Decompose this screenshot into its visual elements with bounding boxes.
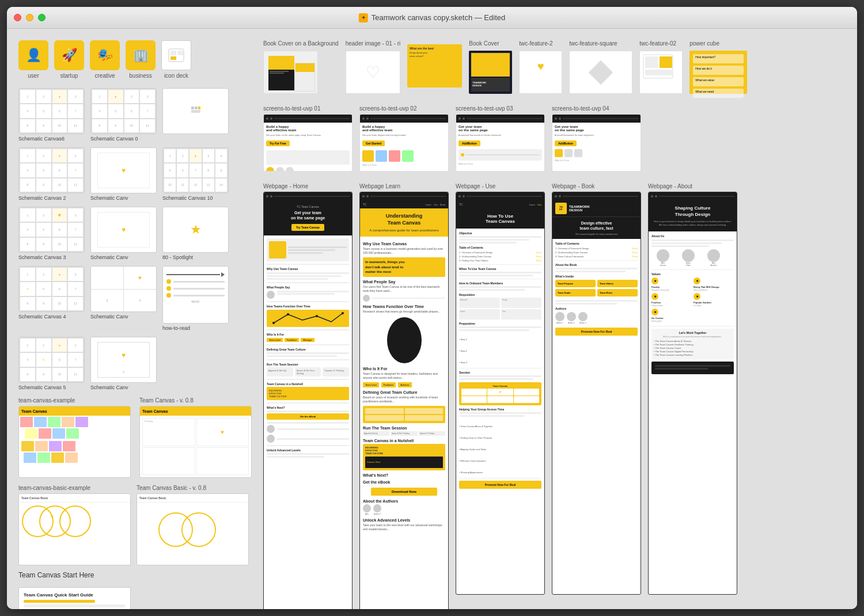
diamond-icon <box>589 60 613 84</box>
svg-rect-10 <box>660 56 672 68</box>
how-to-read-thumb[interactable]: WHAT <box>162 266 229 324</box>
close-button[interactable] <box>14 14 21 21</box>
uvp02-cta[interactable]: Get Started <box>362 140 385 146</box>
book-cover2-label: Book Cover <box>469 40 499 47</box>
sh-title: Team Canvas Quick Start Guide <box>24 592 126 598</box>
icon-panel-item <box>162 88 229 142</box>
sc-canv4-label: Schematic Canv <box>90 385 128 390</box>
ebook-cta[interactable]: Download Now <box>371 488 437 496</box>
tc-basic-ex-label: team-canvas-basic-example <box>18 485 131 491</box>
start-here-doc[interactable]: Team Canvas Quick Start Guide <box>18 587 131 609</box>
icon-deck-box[interactable] <box>161 40 191 70</box>
startup-icon-label: startup <box>60 73 78 79</box>
svg-rect-11 <box>645 70 672 75</box>
creative-icon-box[interactable]: 🎭 <box>90 40 120 70</box>
svg-rect-6 <box>198 107 200 109</box>
spotlight-item: ★ 80 - Spotlight <box>162 207 229 260</box>
icon-item-icondeck: icon deck <box>161 40 191 79</box>
tc-basic-example: team-canvas-basic-example Team Canvas Ba… <box>18 485 131 565</box>
twc-feature-2: twc-feature-2 ♥ <box>519 40 562 94</box>
schematic-canvas-canv2: ♥ Schematic Canv <box>90 207 157 260</box>
learn-understanding-title: UnderstandingTeam Canvas <box>363 213 445 226</box>
feature-heart-icon: ♥ <box>520 51 562 73</box>
pc-box-1: How important? <box>693 54 744 63</box>
webpage-use-item: Webpage - Use TC Learn Use <box>456 183 545 595</box>
uvp04-cta[interactable]: AddButton <box>555 140 577 146</box>
book-cover-bg-label: Book Cover on a Background <box>263 40 339 47</box>
svg-point-14 <box>316 315 318 317</box>
screens-to-test-row: screens-to-test-uvp 01 Build a happyand … <box>263 105 813 172</box>
tc-example-label: team-canvas-example <box>18 397 134 404</box>
top-items-row: Book Cover on a Background <box>263 40 813 94</box>
icondeck-label: icon deck <box>164 73 188 79</box>
uvp03-item: screens-to-test-uvp 03 Get your teamon t… <box>456 105 545 172</box>
team-canvas-example: team-canvas-example Team Canvas <box>18 397 134 478</box>
sc6-label: Schematic Canvas6 <box>18 136 65 142</box>
webpage-book-item: Webpage - Book TWDS TEAMWORK <box>552 183 641 595</box>
schematic-canvas-4: 12♥3 4567 891011 Schematic Canvas 4 <box>18 266 85 331</box>
sc5-label: Schematic Canvas 5 <box>18 385 66 390</box>
schematic-canvas-canv4: ♥ 3 Schematic Canv <box>90 337 157 390</box>
svg-rect-5 <box>195 107 198 109</box>
schematic-canvas-6: 12♥3 4567 891011 Schematic Canvas6 <box>18 88 85 142</box>
webpage-home-label: Webpage - Home <box>263 183 308 189</box>
webpage-learn-label: Webpage Learn <box>359 183 400 189</box>
how-to-read-label: how-to-read <box>162 325 190 331</box>
svg-rect-9 <box>645 56 658 68</box>
business-icon-box[interactable]: 🏢 <box>126 40 156 70</box>
sc0-label: Schematic Canvas 0 <box>90 136 138 142</box>
svg-rect-2 <box>177 51 183 55</box>
sc2-label: Schematic Canvas 2 <box>18 195 66 201</box>
schematic-canvas-3: 12♥3 4567 891011 Schematic Canvas 3 <box>18 207 85 260</box>
canvas-area[interactable]: 👤 user 🚀 startup 🎭 creative 🏢 business <box>7 29 857 609</box>
sc-canv2-label: Schematic Canv <box>90 254 128 260</box>
webpage-about-item: Webpage - About Shaping CultureThrough D… <box>648 183 737 595</box>
twc-02-label: twc-feature-02 <box>639 40 676 47</box>
schematic-canvas-10: 12♥34 56789 1011121314 Schematic Canvas … <box>162 147 229 201</box>
team-canvas-v08: Team Canvas - v. 0.8 Team Canvas Thinkin… <box>139 397 255 478</box>
svg-point-15 <box>342 312 344 314</box>
sc-canv3-label: Schematic Canv <box>90 314 128 320</box>
webpage-home-item: Webpage - Home TC Team Canvas Get your t… <box>263 183 353 609</box>
twc-f2-label: twc-feature-2 <box>519 40 552 47</box>
icon-item-business: 🏢 business <box>126 40 156 79</box>
how-to-read-item: WHAT how-to-read <box>162 266 229 331</box>
book-cover-2: Book Cover TEAMWORKDESIGN <box>469 40 512 94</box>
startup-icon-box[interactable]: 🚀 <box>54 40 84 70</box>
user-icon-label: user <box>28 73 39 79</box>
creative-icon-label: creative <box>94 73 115 79</box>
fullscreen-button[interactable] <box>38 14 46 21</box>
start-here-label: Team Canvas Start Here <box>18 571 260 579</box>
twc-sq-label: twc-feature-square <box>569 40 617 47</box>
svg-point-12 <box>272 322 275 324</box>
uvp01-label: screens-to-test-uvp 01 <box>263 105 321 112</box>
pc-box-4: What we need <box>693 89 744 98</box>
tc-v08-label: Team Canvas - v. 0.8 <box>139 397 255 404</box>
svg-rect-1 <box>170 51 176 55</box>
start-here-section: Team Canvas Start Here Team Canvas Quick… <box>18 571 260 609</box>
uvp04-label: screens-to-test-uvp 04 <box>552 105 609 112</box>
traffic-lights <box>14 14 46 21</box>
uvp01-item: screens-to-test-uvp 01 Build a happyand … <box>263 105 353 172</box>
header-image-item: header image - 01 - ri ♡ <box>346 40 401 94</box>
twc-feature-02: twc-feature-02 <box>639 40 683 94</box>
pc-box-2: How we do it <box>693 66 744 75</box>
schematic-canvases-section: 12♥3 4567 891011 Schematic Canvas6 1♥23 … <box>18 88 260 390</box>
user-icon-box[interactable]: 👤 <box>18 40 48 70</box>
minimize-button[interactable] <box>26 14 33 21</box>
svg-rect-3 <box>170 56 176 60</box>
uvp03-cta[interactable]: AddButton <box>458 140 480 146</box>
heart-icon: ♡ <box>346 51 400 93</box>
webpage-use-label: Webpage - Use <box>456 183 495 189</box>
uvp03-label: screens-to-test-uvp 03 <box>456 105 513 112</box>
window-title: ✦ Teamwork canvas copy.sketch — Edited <box>359 13 505 22</box>
uvp04-item: screens-to-test-uvp 04 Get your teamon t… <box>552 105 641 172</box>
yellow-text-item: What are the best things about your team… <box>407 40 462 88</box>
team-oval-diagram <box>387 317 422 363</box>
uvp01-cta[interactable]: Try For Free <box>266 140 290 146</box>
canvas-inner: 👤 user 🚀 startup 🎭 creative 🏢 business <box>18 40 813 604</box>
header-img-label: header image - 01 - ri <box>346 40 401 47</box>
schematic-canvas-2: 12♥3 4567 891011 Schematic Canvas 2 <box>18 147 85 201</box>
icon-item-user: 👤 user <box>18 40 48 79</box>
team-canvas-section: team-canvas-example Team Canvas <box>18 397 260 478</box>
